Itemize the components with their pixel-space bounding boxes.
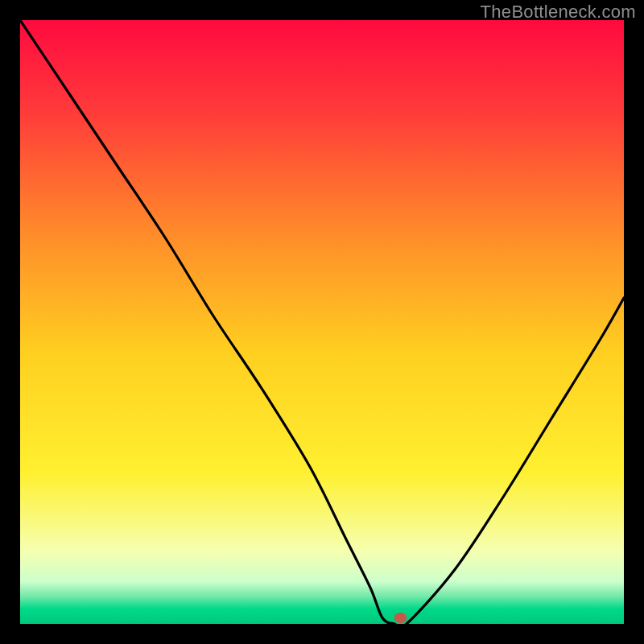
plot-background	[20, 20, 624, 624]
plot-svg	[20, 20, 624, 624]
marker-dot	[394, 613, 407, 623]
watermark-text: TheBottleneck.com	[481, 2, 636, 23]
chart-container: TheBottleneck.com	[0, 0, 644, 644]
plot-area	[20, 20, 624, 624]
